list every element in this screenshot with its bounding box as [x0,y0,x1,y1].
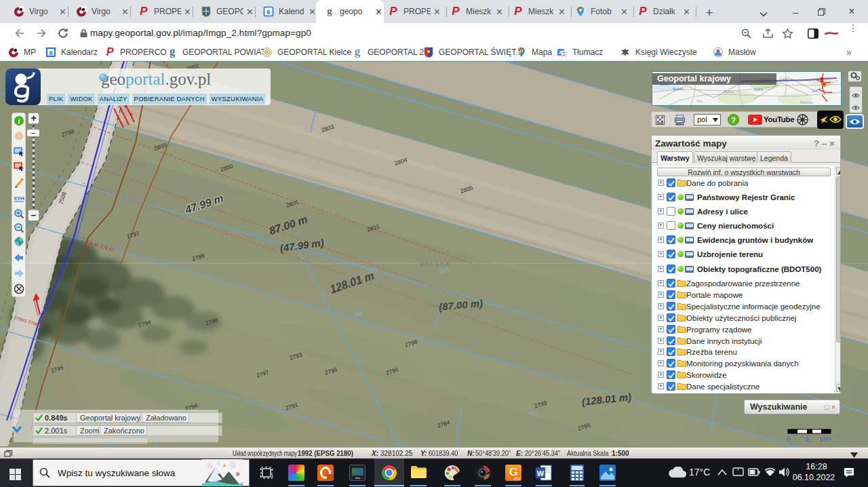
svg-text:POLSKA: POLSKA [420,261,450,267]
svg-text:Kielce: Kielce [754,87,764,92]
svg-text:W: W [537,469,545,478]
svg-text:Bielsko: Bielsko [673,87,684,91]
svg-text:?: ? [731,116,736,124]
svg-text:WMS: WMS [676,122,684,125]
svg-text:XYH: XYH [14,195,24,201]
svg-text:Kra: Kra [697,100,703,103]
svg-text:文: 文 [562,51,567,56]
svg-text:Lublin: Lublin [780,77,789,81]
svg-text:Radom: Radom [724,90,734,94]
svg-text:6: 6 [49,50,52,56]
svg-text:10m: 10m [819,435,831,442]
svg-text:Zam: Zam [812,89,818,93]
svg-text:Rzeszów: Rzeszów [800,101,813,104]
svg-text:5: 5 [806,435,809,442]
svg-text:0: 0 [787,435,790,442]
svg-text:6: 6 [267,8,270,16]
